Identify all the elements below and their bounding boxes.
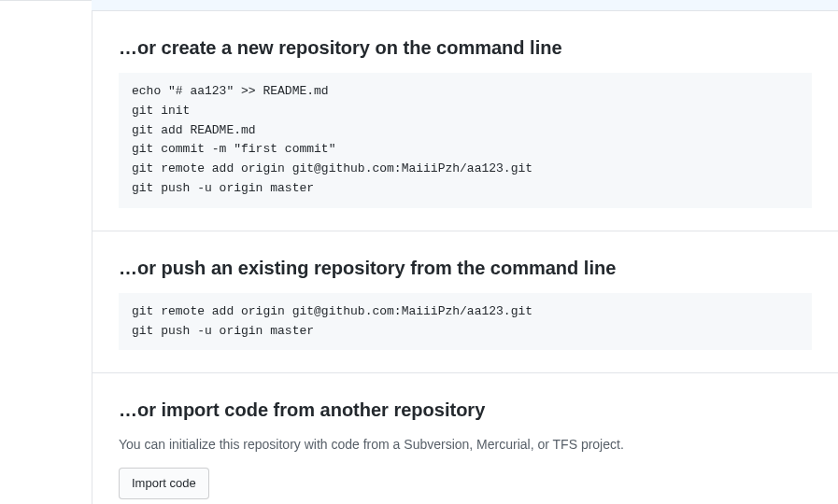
top-banner (92, 0, 838, 11)
section-push-existing: …or push an existing repository from the… (92, 231, 838, 374)
create-repo-code-block[interactable]: echo "# aa123" >> README.md git init git… (119, 73, 812, 208)
import-code-description: You can initialize this repository with … (119, 435, 812, 455)
create-repo-heading: …or create a new repository on the comma… (119, 34, 812, 62)
page-container: …or create a new repository on the comma… (0, 0, 838, 504)
section-import-code: …or import code from another repository … (92, 373, 838, 504)
content-area: …or create a new repository on the comma… (92, 11, 838, 504)
import-code-heading: …or import code from another repository (119, 396, 812, 424)
section-create-repo: …or create a new repository on the comma… (92, 11, 838, 231)
push-existing-code-block[interactable]: git remote add origin git@github.com:Mai… (119, 293, 812, 351)
push-existing-heading: …or push an existing repository from the… (119, 254, 812, 282)
import-code-button[interactable]: Import code (119, 468, 209, 499)
